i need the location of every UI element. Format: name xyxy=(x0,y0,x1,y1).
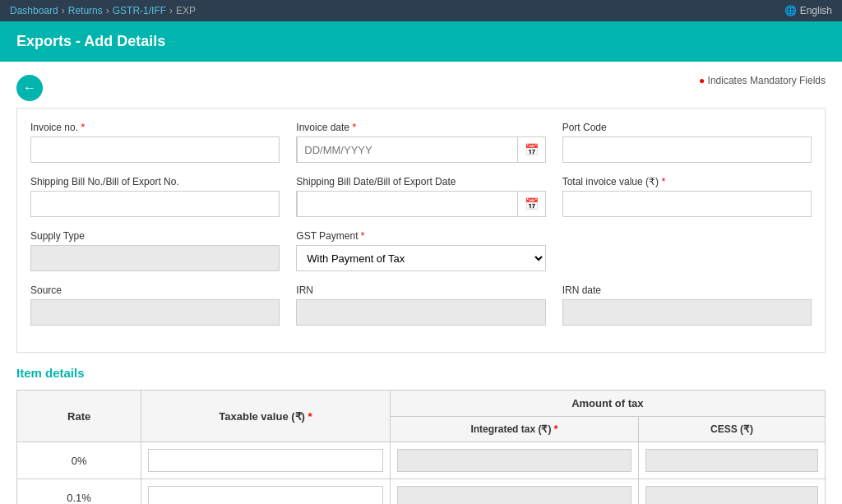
shipping-date-label: Shipping Bill Date/Bill of Export Date xyxy=(296,176,545,187)
invoice-date-required: * xyxy=(352,122,356,133)
invoice-date-calendar-icon[interactable]: 📅 xyxy=(518,143,545,156)
mandatory-note: ● Indicates Mandatory Fields xyxy=(699,75,826,86)
form-row-4: Source IRN IRN date xyxy=(30,284,812,326)
shipping-bill-group: Shipping Bill No./Bill of Export No. xyxy=(30,176,280,217)
cess-cell-0 xyxy=(639,442,826,479)
gst-payment-select[interactable]: With Payment of Tax Without Payment of T… xyxy=(296,245,545,271)
source-input xyxy=(30,299,280,326)
form-section: Invoice no. * Invoice date * 📅 Port Code xyxy=(16,108,826,353)
breadcrumb-dashboard[interactable]: Dashboard xyxy=(10,5,58,16)
invoice-date-label: Invoice date * xyxy=(296,122,545,133)
language-selector[interactable]: 🌐 English xyxy=(784,5,832,16)
irn-group: IRN xyxy=(296,284,545,326)
form-row-1: Invoice no. * Invoice date * 📅 Port Code xyxy=(30,122,812,163)
irn-input xyxy=(296,299,545,326)
cess-input-0 xyxy=(645,449,818,472)
source-group: Source xyxy=(30,284,280,326)
col-cess-header: CESS (₹) xyxy=(639,417,826,442)
table-row: 0% xyxy=(17,442,826,479)
mandatory-text: Indicates Mandatory Fields xyxy=(708,75,826,86)
supply-type-input: Inter-State xyxy=(30,245,280,271)
breadcrumb-gstr[interactable]: GSTR-1/IFF xyxy=(113,5,166,16)
breadcrumb: Dashboard › Returns › GSTR-1/IFF › EXP xyxy=(10,5,196,16)
taxable-input-0[interactable] xyxy=(148,449,382,472)
shipping-bill-label: Shipping Bill No./Bill of Export No. xyxy=(30,176,280,187)
irn-date-label: IRN date xyxy=(562,284,812,296)
invoice-date-wrapper: 📅 xyxy=(296,136,545,163)
invoice-no-label: Invoice no. * xyxy=(30,122,280,133)
supply-type-group: Supply Type Inter-State xyxy=(30,230,280,271)
top-navigation: Dashboard › Returns › GSTR-1/IFF › EXP 🌐… xyxy=(0,0,842,21)
main-content: ← ● Indicates Mandatory Fields Invoice n… xyxy=(0,62,842,504)
cess-cell-1 xyxy=(639,479,826,505)
supply-type-label: Supply Type xyxy=(30,230,280,242)
shipping-date-input[interactable] xyxy=(297,191,517,217)
rate-cell-1: 0.1% xyxy=(17,479,141,505)
breadcrumb-sep-2: › xyxy=(106,5,109,16)
item-details-title: Item details xyxy=(16,366,826,380)
gst-payment-group: GST Payment * With Payment of Tax Withou… xyxy=(296,230,545,271)
taxable-input-1[interactable] xyxy=(148,486,382,504)
breadcrumb-sep-1: › xyxy=(62,5,65,16)
total-invoice-group: Total invoice value (₹) * xyxy=(562,176,812,217)
form-row-2: Shipping Bill No./Bill of Export No. Shi… xyxy=(30,176,812,217)
table-row: 0.1% xyxy=(17,479,826,505)
invoice-date-group: Invoice date * 📅 xyxy=(296,122,545,163)
integrated-input-1 xyxy=(397,486,632,504)
table-header-row-1: Rate Taxable value (₹) * Amount of tax xyxy=(17,391,826,417)
breadcrumb-sep-3: › xyxy=(169,5,173,16)
integrated-cell-1 xyxy=(390,479,638,505)
item-details-section: Item details Rate Taxable value (₹) * Am… xyxy=(16,366,826,504)
integrated-input-0 xyxy=(397,449,632,472)
col-integrated-header: Integrated tax (₹) * xyxy=(390,417,638,442)
irn-date-group: IRN date xyxy=(562,284,812,326)
irn-date-input xyxy=(562,299,812,326)
globe-icon: 🌐 xyxy=(784,5,797,16)
source-label: Source xyxy=(30,284,280,296)
gst-payment-label: GST Payment * xyxy=(296,230,545,242)
taxable-required: * xyxy=(308,410,312,423)
form-row-3: Supply Type Inter-State GST Payment * Wi… xyxy=(30,230,812,271)
shipping-date-group: Shipping Bill Date/Bill of Export Date 📅 xyxy=(296,176,545,217)
total-invoice-label: Total invoice value (₹) * xyxy=(562,176,812,187)
shipping-date-wrapper: 📅 xyxy=(296,191,545,217)
taxable-cell-1 xyxy=(141,479,390,505)
invoice-no-group: Invoice no. * xyxy=(30,122,280,163)
back-button[interactable]: ← xyxy=(16,75,43,101)
breadcrumb-current: EXP xyxy=(176,5,196,16)
gst-payment-required: * xyxy=(361,230,365,242)
invoice-date-input[interactable] xyxy=(297,136,517,163)
mandatory-dot: ● xyxy=(699,75,705,86)
irn-label: IRN xyxy=(296,284,545,296)
shipping-date-calendar-icon[interactable]: 📅 xyxy=(518,197,545,210)
col-amount-tax-header: Amount of tax xyxy=(390,391,825,417)
breadcrumb-returns[interactable]: Returns xyxy=(68,5,103,16)
total-invoice-required: * xyxy=(661,176,665,187)
item-table: Rate Taxable value (₹) * Amount of tax I… xyxy=(16,390,826,504)
language-label: English xyxy=(800,5,832,16)
total-invoice-input[interactable] xyxy=(562,191,812,217)
page-header: Exports - Add Details xyxy=(0,21,842,62)
integrated-cell-0 xyxy=(390,442,638,479)
invoice-no-required: * xyxy=(81,122,85,133)
invoice-no-input[interactable] xyxy=(30,136,280,163)
rate-cell-0: 0% xyxy=(17,442,141,479)
port-code-label: Port Code xyxy=(562,122,812,133)
port-code-input[interactable] xyxy=(562,136,812,163)
shipping-bill-input[interactable] xyxy=(30,191,280,217)
page-title: Exports - Add Details xyxy=(16,33,165,49)
port-code-group: Port Code xyxy=(562,122,812,163)
integrated-required: * xyxy=(554,423,558,435)
taxable-cell-0 xyxy=(141,442,390,479)
cess-input-1 xyxy=(645,486,818,504)
col-rate-header: Rate xyxy=(17,391,141,442)
col-taxable-header: Taxable value (₹) * xyxy=(141,391,390,442)
